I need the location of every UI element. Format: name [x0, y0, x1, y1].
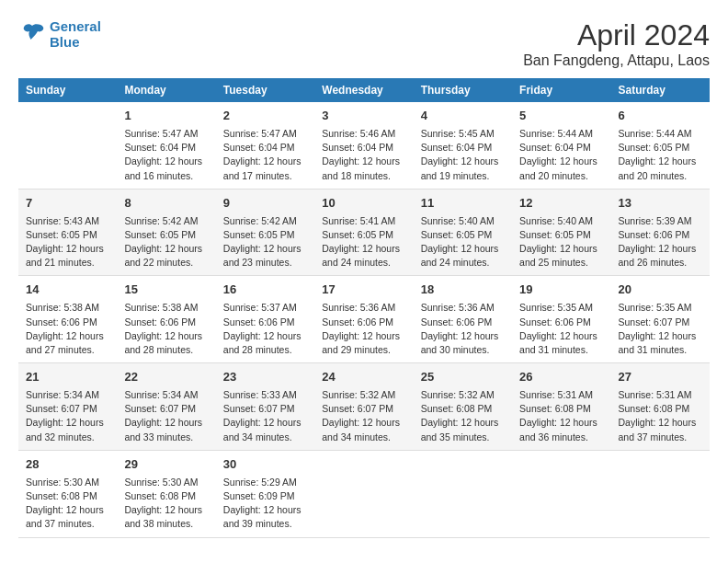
day-info: Sunrise: 5:32 AM Sunset: 6:08 PM Dayligh…	[421, 388, 505, 444]
calendar-cell	[512, 450, 610, 537]
day-info: Sunrise: 5:30 AM Sunset: 6:08 PM Dayligh…	[26, 476, 109, 532]
day-number: 13	[619, 195, 702, 213]
day-number: 28	[26, 456, 109, 474]
title-block: April 2024 Ban Fangdeng, Attapu, Laos	[523, 18, 710, 69]
column-header-tuesday: Tuesday	[216, 78, 314, 102]
column-header-wednesday: Wednesday	[314, 78, 413, 102]
sub-title: Ban Fangdeng, Attapu, Laos	[523, 52, 710, 69]
day-number: 22	[124, 369, 208, 386]
day-info: Sunrise: 5:42 AM Sunset: 6:05 PM Dayligh…	[124, 214, 208, 270]
week-row-4: 21Sunrise: 5:34 AM Sunset: 6:07 PM Dayli…	[18, 363, 710, 451]
day-info: Sunrise: 5:43 AM Sunset: 6:05 PM Dayligh…	[26, 214, 109, 270]
day-info: Sunrise: 5:32 AM Sunset: 6:07 PM Dayligh…	[322, 388, 405, 444]
calendar-cell: 2Sunrise: 5:47 AM Sunset: 6:04 PM Daylig…	[216, 102, 314, 189]
calendar-cell: 1Sunrise: 5:47 AM Sunset: 6:04 PM Daylig…	[117, 102, 215, 189]
day-number: 17	[322, 282, 405, 299]
day-number: 6	[619, 108, 702, 125]
calendar-cell: 14Sunrise: 5:38 AM Sunset: 6:06 PM Dayli…	[18, 276, 117, 363]
day-number: 1	[124, 108, 208, 125]
calendar-cell: 29Sunrise: 5:30 AM Sunset: 6:08 PM Dayli…	[117, 450, 215, 537]
day-number: 10	[322, 195, 405, 213]
week-row-2: 7Sunrise: 5:43 AM Sunset: 6:05 PM Daylig…	[18, 189, 710, 276]
calendar-cell: 17Sunrise: 5:36 AM Sunset: 6:06 PM Dayli…	[314, 276, 413, 363]
day-info: Sunrise: 5:38 AM Sunset: 6:06 PM Dayligh…	[26, 301, 109, 357]
calendar-cell: 12Sunrise: 5:40 AM Sunset: 6:05 PM Dayli…	[512, 189, 610, 276]
day-number: 24	[322, 369, 405, 386]
calendar-cell	[611, 450, 710, 537]
calendar-cell: 21Sunrise: 5:34 AM Sunset: 6:07 PM Dayli…	[18, 363, 117, 451]
day-info: Sunrise: 5:36 AM Sunset: 6:06 PM Dayligh…	[322, 301, 405, 357]
calendar-cell: 10Sunrise: 5:41 AM Sunset: 6:05 PM Dayli…	[314, 189, 413, 276]
page-header: General Blue April 2024 Ban Fangdeng, At…	[18, 18, 710, 69]
column-header-friday: Friday	[512, 78, 610, 102]
calendar-cell: 18Sunrise: 5:36 AM Sunset: 6:06 PM Dayli…	[414, 276, 512, 363]
day-number: 15	[124, 282, 208, 299]
week-row-5: 28Sunrise: 5:30 AM Sunset: 6:08 PM Dayli…	[18, 450, 710, 537]
week-row-3: 14Sunrise: 5:38 AM Sunset: 6:06 PM Dayli…	[18, 276, 710, 363]
calendar-cell: 19Sunrise: 5:35 AM Sunset: 6:06 PM Dayli…	[512, 276, 610, 363]
day-info: Sunrise: 5:31 AM Sunset: 6:08 PM Dayligh…	[619, 388, 702, 444]
day-number: 21	[26, 369, 109, 386]
column-header-thursday: Thursday	[414, 78, 512, 102]
calendar-cell: 22Sunrise: 5:34 AM Sunset: 6:07 PM Dayli…	[117, 363, 215, 451]
day-info: Sunrise: 5:45 AM Sunset: 6:04 PM Dayligh…	[421, 127, 505, 183]
day-info: Sunrise: 5:29 AM Sunset: 6:09 PM Dayligh…	[223, 476, 307, 532]
day-number: 20	[619, 282, 702, 299]
calendar-cell: 27Sunrise: 5:31 AM Sunset: 6:08 PM Dayli…	[611, 363, 710, 451]
day-number: 11	[421, 195, 505, 213]
day-number: 7	[26, 195, 109, 213]
day-info: Sunrise: 5:31 AM Sunset: 6:08 PM Dayligh…	[519, 388, 603, 444]
day-number: 23	[223, 369, 307, 386]
calendar-cell: 26Sunrise: 5:31 AM Sunset: 6:08 PM Dayli…	[512, 363, 610, 451]
day-number: 16	[223, 282, 307, 299]
calendar-cell: 15Sunrise: 5:38 AM Sunset: 6:06 PM Dayli…	[117, 276, 215, 363]
logo-text: General Blue	[50, 18, 101, 50]
calendar-cell: 9Sunrise: 5:42 AM Sunset: 6:05 PM Daylig…	[216, 189, 314, 276]
day-number: 3	[322, 108, 405, 125]
calendar-body: 1Sunrise: 5:47 AM Sunset: 6:04 PM Daylig…	[18, 102, 710, 537]
logo: General Blue	[18, 18, 101, 50]
column-header-saturday: Saturday	[611, 78, 710, 102]
logo-icon	[18, 20, 46, 48]
day-number: 14	[26, 282, 109, 299]
calendar-cell: 13Sunrise: 5:39 AM Sunset: 6:06 PM Dayli…	[611, 189, 710, 276]
day-number: 2	[223, 108, 307, 125]
calendar-cell: 5Sunrise: 5:44 AM Sunset: 6:04 PM Daylig…	[512, 102, 610, 189]
day-info: Sunrise: 5:36 AM Sunset: 6:06 PM Dayligh…	[421, 301, 505, 357]
week-row-1: 1Sunrise: 5:47 AM Sunset: 6:04 PM Daylig…	[18, 102, 710, 189]
calendar-cell: 6Sunrise: 5:44 AM Sunset: 6:05 PM Daylig…	[611, 102, 710, 189]
calendar-cell: 24Sunrise: 5:32 AM Sunset: 6:07 PM Dayli…	[314, 363, 413, 451]
calendar-cell: 7Sunrise: 5:43 AM Sunset: 6:05 PM Daylig…	[18, 189, 117, 276]
calendar-cell: 28Sunrise: 5:30 AM Sunset: 6:08 PM Dayli…	[18, 450, 117, 537]
calendar-cell: 30Sunrise: 5:29 AM Sunset: 6:09 PM Dayli…	[216, 450, 314, 537]
header-row: SundayMondayTuesdayWednesdayThursdayFrid…	[18, 78, 710, 102]
calendar-cell: 4Sunrise: 5:45 AM Sunset: 6:04 PM Daylig…	[414, 102, 512, 189]
column-header-sunday: Sunday	[18, 78, 117, 102]
day-info: Sunrise: 5:40 AM Sunset: 6:05 PM Dayligh…	[519, 214, 603, 270]
day-number: 9	[223, 195, 307, 213]
calendar-cell: 11Sunrise: 5:40 AM Sunset: 6:05 PM Dayli…	[414, 189, 512, 276]
day-info: Sunrise: 5:37 AM Sunset: 6:06 PM Dayligh…	[223, 301, 307, 357]
day-info: Sunrise: 5:44 AM Sunset: 6:04 PM Dayligh…	[519, 127, 603, 183]
day-number: 27	[619, 369, 702, 386]
day-info: Sunrise: 5:47 AM Sunset: 6:04 PM Dayligh…	[223, 127, 307, 183]
day-info: Sunrise: 5:39 AM Sunset: 6:06 PM Dayligh…	[619, 214, 702, 270]
day-info: Sunrise: 5:30 AM Sunset: 6:08 PM Dayligh…	[124, 476, 208, 532]
day-info: Sunrise: 5:34 AM Sunset: 6:07 PM Dayligh…	[26, 388, 109, 444]
calendar-cell	[314, 450, 413, 537]
calendar-cell: 16Sunrise: 5:37 AM Sunset: 6:06 PM Dayli…	[216, 276, 314, 363]
calendar-cell	[414, 450, 512, 537]
day-number: 30	[223, 456, 307, 474]
day-info: Sunrise: 5:33 AM Sunset: 6:07 PM Dayligh…	[223, 388, 307, 444]
day-number: 5	[519, 108, 603, 125]
calendar-header: SundayMondayTuesdayWednesdayThursdayFrid…	[18, 78, 710, 102]
day-number: 8	[124, 195, 208, 213]
day-number: 29	[124, 456, 208, 474]
day-info: Sunrise: 5:35 AM Sunset: 6:06 PM Dayligh…	[519, 301, 603, 357]
calendar-cell: 3Sunrise: 5:46 AM Sunset: 6:04 PM Daylig…	[314, 102, 413, 189]
calendar-cell: 8Sunrise: 5:42 AM Sunset: 6:05 PM Daylig…	[117, 189, 215, 276]
day-number: 26	[519, 369, 603, 386]
day-number: 12	[519, 195, 603, 213]
day-info: Sunrise: 5:41 AM Sunset: 6:05 PM Dayligh…	[322, 214, 405, 270]
calendar-cell: 23Sunrise: 5:33 AM Sunset: 6:07 PM Dayli…	[216, 363, 314, 451]
